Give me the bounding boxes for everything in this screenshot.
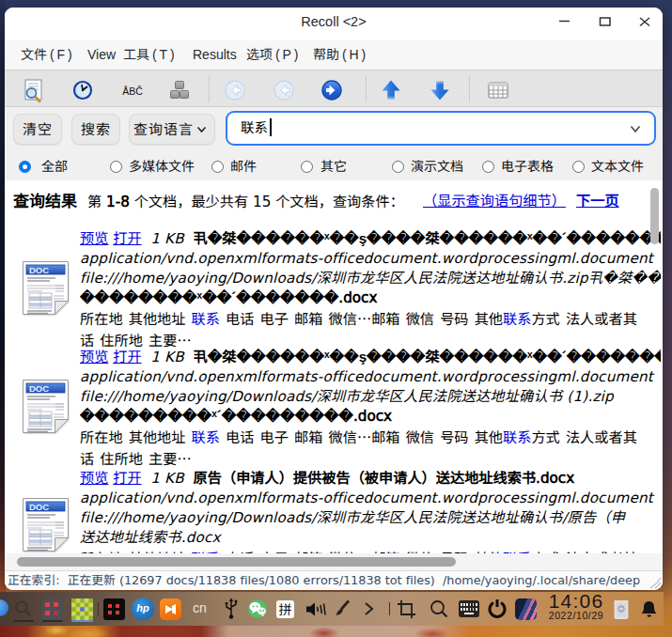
svg-text:DOC: DOC — [29, 383, 49, 394]
svg-text:ÅBĈ: ÅBĈ — [122, 85, 143, 97]
svg-text:DOC: DOC — [29, 265, 49, 275]
svg-text:DOC: DOC — [29, 502, 49, 512]
